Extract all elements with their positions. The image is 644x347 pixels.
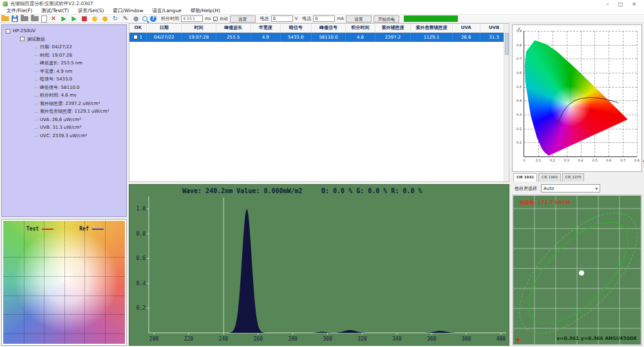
open-folder-icon[interactable] — [1, 16, 9, 21]
auto-checkbox[interactable]: ✓ — [213, 17, 218, 21]
tree-row: —紫外辐照度: 2397.2 uW/cm² — [5, 100, 126, 108]
refresh-icon[interactable]: ↻ — [111, 15, 119, 22]
table-header-cell[interactable]: 积分时间 — [346, 24, 375, 32]
table-header-cell[interactable]: 峰值信号 — [311, 24, 346, 32]
table-header-cell[interactable]: 半宽度 — [251, 24, 280, 32]
tree-item[interactable]: UVA: 26.6 uW/cm² — [40, 117, 81, 122]
tolerance-selector-dropdown[interactable]: Auto ▼ — [541, 184, 600, 192]
integration-time-label: 积分时间 — [161, 15, 179, 22]
menu-item[interactable]: 测试/Test(T) — [37, 8, 73, 14]
svg-text:320: 320 — [357, 336, 367, 342]
menu-item[interactable]: 语言/Langue — [148, 8, 186, 14]
tree-item[interactable]: 紫外危害辐照度: 1129.1 uW/cm² — [40, 108, 109, 115]
tree-item[interactable]: UVB: 31.3 uW/cm² — [40, 125, 81, 130]
edit-icon[interactable]: ✎ — [122, 15, 129, 22]
cie-tab-bar: CIE 1931CIE 1960CIE 1976 — [512, 173, 642, 182]
run-icon[interactable]: ▶ — [60, 15, 68, 22]
tree-item[interactable]: 日期: 04/27/22 — [40, 44, 72, 50]
tree-item[interactable]: 暗信号: 5433.0 — [40, 76, 72, 82]
table-row[interactable]: 104/27/2219:07:28253.54.95433.058110.04.… — [129, 32, 504, 42]
network-icon[interactable]: ● — [132, 15, 140, 22]
set-integration-button[interactable]: 设置 — [230, 15, 256, 23]
cie-y-tick-label: 0.6 — [516, 71, 522, 75]
spectrum-chart[interactable]: Wave: 240.2nm Value: 0.000mW/m2 B: 0.0 %… — [129, 184, 509, 346]
tolerance-ellipse-chart[interactable]: 色容差: 171.7 SDCM x=0.361 y=0.366 ANSI/450… — [512, 194, 642, 346]
tree-item[interactable]: 时间: 19:07:28 — [40, 52, 72, 59]
table-cell: 1129.1 — [411, 32, 452, 42]
run-continuous-icon[interactable]: ▶ — [70, 15, 78, 22]
tree-connector: — — [34, 117, 38, 122]
table-header-cell[interactable]: 日期 — [147, 24, 182, 32]
voltage-input[interactable] — [271, 15, 293, 22]
tree-item[interactable]: 半宽度: 4.9 nm — [40, 68, 72, 75]
tree-item[interactable]: UVC: 2339.3 uW/cm² — [40, 133, 87, 138]
minimize-button[interactable]: – — [607, 1, 609, 7]
lamp-auto-icon[interactable]: ● — [101, 15, 109, 22]
tree-item[interactable]: 峰值信号: 58110.0 — [40, 84, 80, 91]
cie-y-tick-label: 0.4 — [516, 98, 522, 102]
close-button[interactable]: × — [632, 1, 636, 7]
menu-item[interactable]: 帮助/Help(H) — [186, 8, 225, 14]
menu-item[interactable]: 文件/File(F) — [2, 8, 37, 14]
tree-row: —时间: 19:07:28 — [5, 52, 126, 60]
table-scrollbar-thumb[interactable] — [505, 33, 509, 55]
load-data-folder-icon[interactable] — [21, 16, 28, 21]
voltage-unit-label: V — [295, 16, 298, 21]
svg-text:220: 220 — [184, 336, 194, 342]
table-row-select-cell[interactable]: 1 — [129, 32, 147, 42]
save-icon[interactable] — [12, 15, 18, 22]
menu-item[interactable]: 窗口/Window — [108, 8, 147, 14]
tree-item[interactable]: 峰值波长: 253.5 nm — [40, 60, 82, 66]
tree-connector: — — [34, 69, 38, 73]
current-input[interactable] — [313, 15, 335, 22]
table-header-cell[interactable]: 峰值波长 — [216, 24, 251, 32]
tree-item[interactable]: 积分时间: 4.6 ms — [40, 92, 76, 98]
start-power-button[interactable]: 开始供电 — [374, 15, 399, 23]
origin-cross-marker: + — [515, 335, 522, 344]
export-excel-icon[interactable] — [41, 15, 47, 23]
table-header-cell[interactable]: 暗信号 — [281, 24, 312, 32]
table-cell: 26.6 — [452, 32, 480, 42]
integration-time-input[interactable] — [181, 15, 203, 22]
tolerance-value-text: 色容差: 171.7 SDCM — [520, 200, 571, 206]
svg-text:0.2: 0.2 — [137, 305, 146, 311]
table-scrollbar[interactable] — [504, 24, 509, 182]
tree-connector: — — [34, 126, 38, 130]
row-checkbox[interactable] — [133, 35, 138, 39]
power-progress-bar — [404, 15, 458, 22]
current-unit-label: mA — [337, 16, 344, 21]
cie-tab-cie-1960[interactable]: CIE 1960 — [538, 173, 561, 182]
tree-group-item[interactable]: 测试数据 — [27, 36, 45, 42]
delete-icon[interactable]: ✕ — [50, 15, 57, 22]
table-cell: 2397.2 — [375, 32, 411, 42]
table-header-cell[interactable]: 时间 — [182, 24, 216, 32]
menu-item[interactable]: 设置/Set(S) — [73, 8, 108, 14]
cie-x-tick-label: 0.3 — [564, 158, 569, 162]
table-header-cell[interactable]: 紫外危害辐照度 — [411, 24, 452, 32]
table-header-cell[interactable]: UVA — [452, 24, 480, 32]
app-icon — [3, 1, 8, 6]
cie-x-tick-label: 0.1 — [536, 158, 541, 162]
cie-tab-cie-1976[interactable]: CIE 1976 — [562, 173, 585, 182]
set-power-button[interactable]: 设置 — [346, 15, 372, 23]
save-data-folder-icon[interactable] — [31, 16, 39, 21]
tree-expand-icon[interactable]: - — [6, 29, 10, 33]
cie-y-tick-label: 0.9 — [516, 29, 522, 33]
table-header-cell[interactable]: OK — [129, 24, 147, 32]
tree-connector: — — [34, 61, 38, 66]
table-header-cell[interactable]: 紫外辐照度 — [375, 24, 411, 32]
tree-row: —暗信号: 5433.0 — [5, 75, 126, 84]
lamp-icon[interactable]: ● — [91, 15, 99, 22]
tree-root-item[interactable]: HP-250UV — [13, 28, 35, 33]
table-header-cell[interactable]: UVB — [480, 24, 504, 32]
search-icon[interactable] — [142, 16, 147, 21]
maximize-button[interactable]: □ — [618, 1, 623, 7]
tree-item[interactable]: 紫外辐照度: 2397.2 uW/cm² — [40, 100, 100, 107]
tree-expand-icon[interactable]: - — [20, 37, 24, 41]
table-cell: 4.9 — [251, 32, 280, 42]
cri-gridline — [84, 221, 85, 344]
help-icon[interactable]: ? — [150, 15, 156, 22]
cie-tab-cie-1931[interactable]: CIE 1931 — [513, 173, 537, 182]
stop-icon[interactable]: ■ — [80, 15, 88, 22]
table-cell: 19:07:28 — [182, 32, 216, 42]
